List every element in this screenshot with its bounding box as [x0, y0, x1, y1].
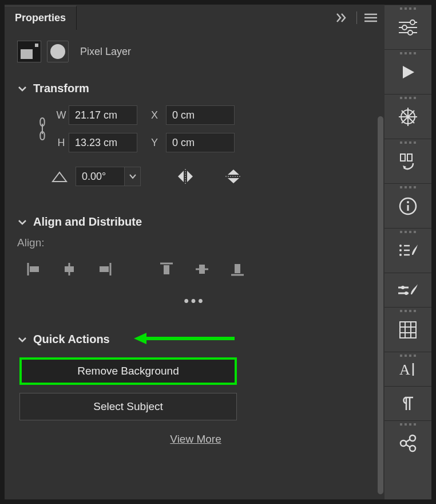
svg-rect-7: [30, 266, 39, 272]
remove-background-button[interactable]: Remove Background: [19, 357, 237, 385]
align-section: Align and Distribute Align:: [5, 200, 385, 322]
brush-list-icon[interactable]: [385, 228, 431, 273]
svg-point-33: [407, 201, 409, 203]
flip-vertical-icon[interactable]: [222, 165, 245, 188]
grid-icon[interactable]: [385, 307, 431, 352]
transform-header[interactable]: Transform: [17, 77, 372, 100]
svg-line-55: [406, 439, 410, 442]
svg-rect-11: [100, 266, 109, 272]
svg-point-22: [402, 25, 407, 30]
y-label: Y: [143, 137, 166, 149]
quick-actions-header[interactable]: Quick Actions: [17, 328, 372, 351]
chevron-down-icon: [17, 334, 27, 345]
align-center-v-icon[interactable]: [192, 259, 212, 279]
width-input[interactable]: [69, 105, 137, 125]
history-icon[interactable]: [385, 139, 431, 183]
x-input[interactable]: [166, 105, 235, 125]
svg-point-39: [399, 254, 402, 256]
brush-settings-icon[interactable]: [385, 273, 431, 307]
adjustments-icon[interactable]: [385, 5, 431, 49]
rotation-icon: [51, 170, 68, 183]
panel-header: Properties: [5, 5, 385, 30]
svg-line-56: [406, 444, 410, 447]
quick-actions-title: Quick Actions: [33, 333, 110, 346]
svg-text:A: A: [399, 361, 410, 378]
quick-actions-section: Quick Actions Remove Background Select S…: [5, 322, 385, 457]
collapse-icon[interactable]: [336, 11, 350, 25]
svg-rect-13: [164, 265, 169, 274]
svg-point-53: [410, 435, 415, 441]
link-dimensions-icon[interactable]: [31, 116, 54, 142]
svg-rect-30: [401, 154, 405, 161]
panel-body: Pixel Layer Transform W: [5, 30, 385, 499]
flip-horizontal-icon[interactable]: [174, 165, 197, 188]
svg-point-24: [408, 30, 413, 35]
properties-tab[interactable]: Properties: [5, 6, 77, 30]
info-icon[interactable]: [385, 183, 431, 228]
layer-type-row: Pixel Layer: [5, 41, 385, 73]
layer-mask-icon[interactable]: [47, 41, 69, 62]
align-bottom-icon[interactable]: [228, 259, 247, 279]
align-left-icon[interactable]: [24, 259, 43, 279]
svg-rect-15: [199, 265, 205, 274]
svg-rect-31: [407, 154, 412, 161]
align-header[interactable]: Align and Distribute: [17, 211, 372, 233]
align-top-icon[interactable]: [157, 259, 176, 279]
more-options-icon[interactable]: •••: [17, 279, 372, 316]
paragraph-icon[interactable]: [385, 386, 431, 420]
y-input[interactable]: [166, 133, 235, 152]
svg-point-52: [401, 440, 406, 446]
align-right-icon[interactable]: [95, 259, 114, 279]
chevron-down-icon: [17, 84, 27, 94]
annotation-arrow-icon: [132, 332, 235, 345]
right-toolbar: A: [385, 5, 431, 499]
layer-thumbnail-icon[interactable]: [17, 41, 41, 62]
select-subject-button[interactable]: Select Subject: [19, 393, 237, 420]
align-title: Align and Distribute: [33, 215, 142, 229]
layer-type-label: Pixel Layer: [80, 46, 131, 58]
svg-point-44: [405, 292, 408, 295]
svg-point-37: [399, 249, 402, 251]
align-center-h-icon[interactable]: [60, 259, 79, 279]
svg-point-54: [410, 446, 415, 451]
wheel-icon[interactable]: [385, 94, 431, 139]
scrollbar[interactable]: [378, 116, 383, 494]
play-icon[interactable]: [385, 49, 431, 94]
rotation-dropdown[interactable]: [125, 167, 141, 186]
svg-rect-17: [235, 264, 240, 273]
transform-title: Transform: [33, 82, 89, 95]
properties-panel: Properties Pixel Layer: [5, 5, 385, 499]
chevron-down-icon: [17, 217, 27, 227]
rotation-input[interactable]: [76, 167, 125, 186]
svg-rect-45: [400, 322, 416, 338]
svg-point-20: [410, 20, 415, 25]
transform-section: Transform W X H Y: [5, 73, 385, 200]
svg-rect-9: [65, 266, 74, 272]
align-label: Align:: [17, 233, 372, 256]
character-icon[interactable]: A: [385, 352, 431, 386]
width-label: W: [54, 109, 69, 121]
height-label: H: [54, 137, 69, 149]
x-label: X: [143, 109, 166, 121]
svg-point-35: [399, 245, 402, 247]
svg-point-42: [401, 286, 405, 289]
view-more-link[interactable]: View More: [19, 428, 372, 450]
panel-menu-icon[interactable]: [364, 11, 378, 25]
height-input[interactable]: [69, 133, 137, 152]
share-icon[interactable]: [385, 420, 431, 465]
